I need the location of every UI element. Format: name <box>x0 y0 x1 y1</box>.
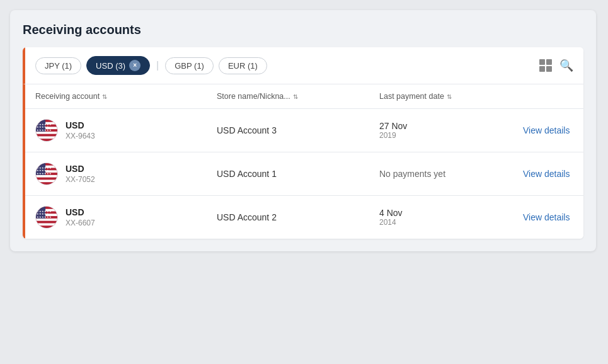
svg-text:★★★★★★: ★★★★★★ <box>37 167 52 169</box>
account-num-1: XX-9643 <box>66 132 95 140</box>
clear-filter-button[interactable]: × <box>129 60 141 71</box>
account-info-3: USD XX-6607 <box>66 207 95 227</box>
store-name-1: USD Account 3 <box>217 125 374 135</box>
table-row: ★★★★★★ ★★★★★ ★★★★★★ USD XX-9643 USD Acco… <box>25 109 583 152</box>
flag-icon-1: ★★★★★★ ★★★★★ ★★★★★★ <box>35 119 58 142</box>
payment-date-1: 27 Nov 2019 <box>379 121 518 140</box>
svg-text:★★★★★★: ★★★★★★ <box>37 173 52 175</box>
page-container: Receiving accounts JPY (1) USD (3) × | G… <box>10 10 596 251</box>
header-receiving-account: Receiving account ⇅ <box>35 92 212 101</box>
svg-rect-22 <box>36 223 57 225</box>
currency-1: USD <box>66 120 95 130</box>
filter-pill-usd-label: USD (3) <box>96 61 125 71</box>
chevron-cell-2: › <box>575 168 583 179</box>
table-section: Receiving account ⇅ Store name/Nickna...… <box>23 84 583 239</box>
svg-text:★★★★★★: ★★★★★★ <box>37 129 52 132</box>
action-cell-2: View details <box>523 169 570 179</box>
filter-pill-usd[interactable]: USD (3) × <box>86 56 150 75</box>
page-title: Receiving accounts <box>23 23 583 37</box>
svg-text:★★★★★★: ★★★★★★ <box>37 123 52 126</box>
chevron-cell-3: › <box>575 212 583 223</box>
currency-3: USD <box>66 207 95 217</box>
sort-icon-store[interactable]: ⇅ <box>293 93 298 100</box>
filter-pill-gbp[interactable]: GBP (1) <box>165 57 214 74</box>
date-year-1: 2019 <box>379 131 518 140</box>
search-icon[interactable]: 🔍 <box>559 59 573 72</box>
account-cell-2: ★★★★★★ ★★★★★ ★★★★★★ USD XX-7052 <box>35 162 212 185</box>
table-row: ★★★★★★ ★★★★★ ★★★★★★ USD XX-7052 USD Acco… <box>25 152 583 196</box>
sort-icon-payment[interactable]: ⇅ <box>447 93 452 100</box>
account-num-3: XX-6607 <box>66 219 95 227</box>
view-details-btn-1[interactable]: View details <box>523 125 570 135</box>
date-main-3: 4 Nov <box>379 208 518 218</box>
view-details-btn-2[interactable]: View details <box>523 169 570 179</box>
filter-actions: 🔍 <box>539 59 573 72</box>
chevron-cell-1: › <box>575 125 583 136</box>
svg-rect-13 <box>36 179 57 182</box>
main-card: JPY (1) USD (3) × | GBP (1) EUR (1) 🔍 <box>23 47 583 239</box>
account-num-2: XX-7052 <box>66 175 95 184</box>
filter-pill-jpy[interactable]: JPY (1) <box>35 57 81 74</box>
account-cell-3: ★★★★★★ ★★★★★ ★★★★★★ USD XX-6607 <box>35 206 212 229</box>
store-name-2: USD Account 1 <box>217 169 374 179</box>
payment-date-3: 4 Nov 2014 <box>379 208 518 227</box>
header-last-payment: Last payment date ⇅ <box>379 92 518 101</box>
account-cell-1: ★★★★★★ ★★★★★ ★★★★★★ USD XX-9643 <box>35 119 212 142</box>
date-year-3: 2014 <box>379 218 518 227</box>
account-info-2: USD XX-7052 <box>66 164 95 184</box>
svg-text:★★★★★: ★★★★★ <box>37 126 49 128</box>
svg-rect-4 <box>36 136 57 139</box>
filter-pill-eur[interactable]: EUR (1) <box>219 57 267 74</box>
svg-rect-3 <box>36 132 57 134</box>
flag-icon-2: ★★★★★★ ★★★★★ ★★★★★★ <box>35 162 58 185</box>
no-payment-2: No payments yet <box>379 169 518 179</box>
action-cell-1: View details <box>523 125 570 135</box>
account-info-1: USD XX-9643 <box>66 120 95 140</box>
svg-rect-12 <box>36 175 57 178</box>
header-store-name: Store name/Nickna... ⇅ <box>217 92 374 101</box>
table-row: ★★★★★★ ★★★★★ ★★★★★★ USD XX-6607 USD Acco… <box>25 196 583 239</box>
svg-text:★★★★★★: ★★★★★★ <box>37 216 52 219</box>
store-name-3: USD Account 2 <box>217 212 374 222</box>
svg-text:★★★★★: ★★★★★ <box>37 213 49 215</box>
currency-2: USD <box>66 164 95 174</box>
svg-text:★★★★★: ★★★★★ <box>37 169 49 172</box>
table-header: Receiving account ⇅ Store name/Nickna...… <box>25 84 583 109</box>
svg-rect-21 <box>36 219 57 221</box>
action-cell-3: View details <box>523 212 570 222</box>
sort-icon-receiving[interactable]: ⇅ <box>102 93 107 100</box>
flag-icon-3: ★★★★★★ ★★★★★ ★★★★★★ <box>35 206 58 229</box>
grid-view-icon[interactable] <box>539 59 552 72</box>
filter-bar: JPY (1) USD (3) × | GBP (1) EUR (1) 🔍 <box>23 47 583 84</box>
filter-divider: | <box>156 60 159 71</box>
svg-text:★★★★★★: ★★★★★★ <box>37 210 52 213</box>
view-details-btn-3[interactable]: View details <box>523 212 570 222</box>
date-main-1: 27 Nov <box>379 121 518 131</box>
